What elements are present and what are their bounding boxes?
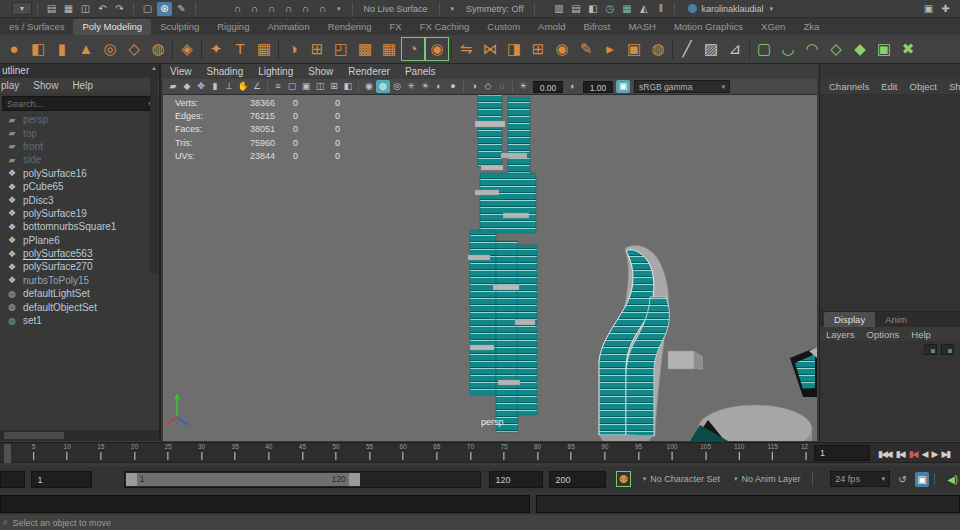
- workspace-dropdown[interactable]: ▾: [12, 2, 32, 15]
- paint-select-icon[interactable]: ✎: [174, 2, 189, 16]
- mirror-icon[interactable]: ⇋: [454, 37, 478, 61]
- outliner-item-persp[interactable]: ▰persp: [0, 113, 159, 126]
- save-scene-icon[interactable]: ◫: [78, 2, 93, 16]
- separate-icon[interactable]: ◰: [329, 37, 353, 61]
- outliner-item-polysurface563[interactable]: ❖polySurface563: [0, 247, 159, 260]
- render-settings-icon[interactable]: ◧: [585, 2, 600, 16]
- snap-point-icon[interactable]: ∩: [264, 2, 279, 16]
- pause-icon[interactable]: ‖: [653, 2, 668, 16]
- multisample-icon[interactable]: ◍: [376, 80, 390, 93]
- knife-icon[interactable]: ╱: [675, 37, 699, 61]
- shelf-tab-animation[interactable]: Animation: [258, 19, 318, 35]
- timeline-ruler[interactable]: 5101520253035404550556065707580859095100…: [0, 443, 808, 464]
- menu-show[interactable]: Show: [33, 80, 58, 91]
- menu-options[interactable]: Options: [867, 329, 900, 340]
- open-scene-icon[interactable]: ▦: [61, 2, 76, 16]
- outliner-item-polysurface16[interactable]: ❖polySurface16: [0, 167, 159, 180]
- circularize-icon[interactable]: ◉: [550, 37, 574, 61]
- shelf-tab-rigging[interactable]: Rigging: [208, 19, 258, 35]
- colorspace-dropdown[interactable]: sRGB gamma ▾: [634, 80, 730, 93]
- outliner-item-nurbstopoly15[interactable]: ❖nurbsToPoly15: [0, 274, 159, 287]
- gamma-field[interactable]: 1.00: [583, 81, 613, 93]
- command-input[interactable]: [0, 495, 530, 513]
- go-to-start-button[interactable]: ▮◀◀: [876, 446, 893, 462]
- no-live-surface-label[interactable]: No Live Surface: [364, 4, 428, 14]
- channel-box-body[interactable]: [820, 94, 960, 312]
- scroll-up-icon[interactable]: ▲: [150, 64, 158, 72]
- svg-tool-icon[interactable]: ▦: [252, 37, 276, 61]
- playback-loop-icon[interactable]: ↺: [895, 472, 910, 487]
- smooth-icon[interactable]: ▩: [353, 37, 377, 61]
- snap-view-plane-icon[interactable]: ∩: [298, 2, 313, 16]
- range-start-handle[interactable]: [126, 473, 137, 486]
- add-layout-icon[interactable]: ✚: [938, 2, 953, 16]
- type-tool-icon[interactable]: T: [228, 37, 252, 61]
- shelf-tab-custom[interactable]: Custom: [478, 19, 529, 35]
- new-layer-from-selected-icon[interactable]: [941, 344, 954, 355]
- duplicate-icon[interactable]: ◨: [502, 37, 526, 61]
- animation-start-field[interactable]: [0, 471, 25, 488]
- menu-renderer[interactable]: Renderer: [348, 66, 390, 77]
- step-forward-button[interactable]: ▶▮: [939, 446, 951, 462]
- new-scene-icon[interactable]: ▤: [44, 2, 59, 16]
- grid-fill-icon[interactable]: ⊞: [526, 37, 550, 61]
- play-backwards-button[interactable]: ◀: [920, 446, 929, 462]
- character-set-icon[interactable]: ⚉: [616, 471, 631, 487]
- anim-layer-label[interactable]: No Anim Layer: [741, 474, 800, 484]
- snap-curve-icon[interactable]: ∩: [247, 2, 262, 16]
- outliner-item-side[interactable]: ▰side: [0, 153, 159, 166]
- screen-ao-icon[interactable]: ◧: [341, 80, 355, 93]
- workspace-icon[interactable]: ▣: [921, 2, 936, 16]
- poly-cone-icon[interactable]: ▲: [74, 37, 98, 61]
- shelf-tab-fx-caching[interactable]: FX Caching: [411, 19, 479, 35]
- outliner-item-defaultobjectset[interactable]: ◍defaultObjectSet: [0, 300, 159, 313]
- undo-icon[interactable]: ↶: [95, 2, 110, 16]
- camera-attrs-icon[interactable]: ✥: [194, 80, 208, 93]
- menu-channels[interactable]: Channels: [829, 81, 869, 92]
- playback-range[interactable]: 1 120: [126, 473, 360, 486]
- outliner-item-top[interactable]: ▰top: [0, 126, 159, 139]
- menu-help[interactable]: Help: [911, 329, 931, 340]
- range-slider-track[interactable]: 1 120: [124, 471, 481, 488]
- append-icon[interactable]: ▸: [598, 37, 622, 61]
- ipr-render-icon[interactable]: ▤: [568, 2, 583, 16]
- poly-cylinder-icon[interactable]: ▮: [50, 37, 74, 61]
- shelf-tab-poly-modeling[interactable]: Poly Modeling: [73, 19, 151, 35]
- exposure-icon[interactable]: ☀: [516, 80, 530, 93]
- exposure-field[interactable]: 0.00: [533, 81, 563, 93]
- outliner-item-pdisc3[interactable]: ❖pDisc3: [0, 193, 159, 206]
- light-editor-icon[interactable]: ▦: [619, 2, 634, 16]
- fps-dropdown[interactable]: 24 fps ▾: [830, 471, 890, 487]
- step-back-key-button[interactable]: ▮◀: [907, 446, 919, 462]
- menu-layers[interactable]: Layers: [826, 329, 855, 340]
- camera-select-icon[interactable]: ▰: [166, 80, 180, 93]
- flip-icon[interactable]: ⋈: [478, 37, 502, 61]
- project-icon[interactable]: ◍: [646, 37, 670, 61]
- extrude-icon[interactable]: ◠: [800, 37, 824, 61]
- default-material-icon[interactable]: ●: [446, 80, 460, 93]
- outliner-item-polysurface270[interactable]: ❖polySurface270: [0, 260, 159, 273]
- paint-effects-icon[interactable]: ◭: [636, 2, 651, 16]
- wedge-icon[interactable]: ◆: [848, 37, 872, 61]
- shelf-tab-motion-graphics[interactable]: Motion Graphics: [665, 19, 752, 35]
- hypershade-icon[interactable]: ◷: [602, 2, 617, 16]
- outliner-item-set1[interactable]: ◍set1: [0, 314, 159, 327]
- fog-icon[interactable]: ✳: [404, 80, 418, 93]
- character-set-caret-icon[interactable]: ▾: [643, 475, 647, 483]
- poly-cube-icon[interactable]: ◧: [26, 37, 50, 61]
- redo-icon[interactable]: ↷: [112, 2, 127, 16]
- outliner-search-input[interactable]: Search... ▾: [2, 96, 157, 111]
- symmetry-caret[interactable]: ▾: [451, 5, 455, 13]
- shadows-icon[interactable]: ⊞: [327, 80, 341, 93]
- use-all-lights-icon[interactable]: ◫: [313, 80, 327, 93]
- outliner-hscrollbar[interactable]: [0, 430, 159, 441]
- outliner-item-defaultlightset[interactable]: ◍defaultLightSet: [0, 287, 159, 300]
- bridge-icon[interactable]: ◡: [776, 37, 800, 61]
- render-view-icon[interactable]: ▥: [551, 2, 566, 16]
- poly-torus-icon[interactable]: ◎: [98, 37, 122, 61]
- current-frame-field[interactable]: 1: [814, 445, 870, 461]
- menu-edit[interactable]: Edit: [881, 81, 897, 92]
- range-end-handle[interactable]: [349, 473, 360, 486]
- menu-play[interactable]: play: [1, 80, 19, 91]
- user-account-menu[interactable]: karolinaklaudial ▾: [688, 4, 779, 14]
